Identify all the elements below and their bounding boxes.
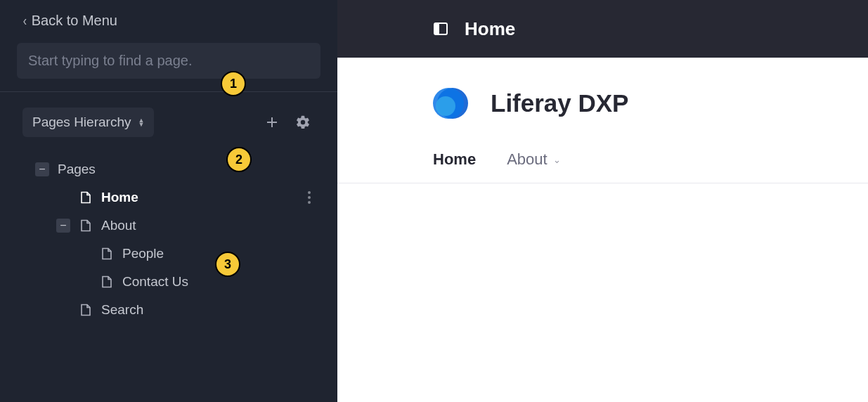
plus-icon bbox=[265, 115, 279, 129]
main-content: Home Liferay DXP Home About ⌄ bbox=[337, 0, 868, 402]
main-header: Home bbox=[337, 0, 868, 58]
collapse-icon[interactable]: − bbox=[56, 219, 70, 233]
nav-item-home[interactable]: Home bbox=[433, 150, 476, 169]
page-title: Home bbox=[465, 18, 515, 40]
sidebar-toolbar: Pages Hierarchy ▲▼ bbox=[0, 92, 337, 147]
annotation-callout-2: 2 bbox=[226, 147, 252, 172]
brand-name: Liferay DXP bbox=[491, 89, 628, 117]
nav-item-label: Home bbox=[433, 150, 476, 169]
tree-root[interactable]: − Pages bbox=[35, 155, 316, 183]
tree-item-about[interactable]: − About bbox=[35, 212, 316, 240]
annotation-callout-3: 3 bbox=[215, 252, 240, 277]
row-actions-button[interactable] bbox=[302, 191, 316, 204]
tree-item-people[interactable]: People bbox=[35, 240, 316, 268]
back-to-menu-link[interactable]: ‹ Back to Menu bbox=[0, 0, 337, 39]
tree-item-contact-us[interactable]: Contact Us bbox=[35, 268, 316, 296]
page-icon bbox=[79, 190, 93, 205]
page-icon bbox=[100, 247, 114, 261]
brand-bar: Liferay DXP bbox=[337, 58, 868, 150]
nav-item-label: About bbox=[507, 150, 548, 169]
sort-icon: ▲▼ bbox=[138, 118, 144, 127]
tree-root-label: Pages bbox=[58, 162, 316, 177]
tree-item-label: About bbox=[101, 218, 316, 233]
search-container bbox=[0, 39, 337, 92]
collapse-icon[interactable]: − bbox=[35, 162, 49, 176]
view-dropdown-label: Pages Hierarchy bbox=[32, 115, 131, 130]
search-input[interactable] bbox=[17, 43, 320, 79]
site-nav: Home About ⌄ bbox=[337, 150, 868, 183]
svg-point-4 bbox=[436, 96, 455, 116]
sidebar: ‹ Back to Menu Pages Hierarchy ▲▼ − Page… bbox=[0, 0, 337, 402]
panel-icon bbox=[432, 20, 449, 37]
back-label: Back to Menu bbox=[32, 13, 117, 29]
tree-item-label: Home bbox=[101, 190, 294, 205]
tree-item-search[interactable]: Search bbox=[35, 296, 316, 324]
add-page-button[interactable] bbox=[260, 110, 284, 134]
panel-toggle-button[interactable] bbox=[432, 20, 449, 37]
gear-icon bbox=[295, 115, 311, 130]
chevron-down-icon: ⌄ bbox=[553, 155, 561, 165]
page-icon bbox=[100, 275, 114, 289]
settings-button[interactable] bbox=[291, 110, 315, 134]
nav-item-about[interactable]: About ⌄ bbox=[507, 150, 561, 169]
view-dropdown[interactable]: Pages Hierarchy ▲▼ bbox=[22, 108, 154, 137]
tree-item-label: Contact Us bbox=[122, 274, 316, 290]
tree-item-label: Search bbox=[101, 302, 316, 318]
tree-item-home[interactable]: Home bbox=[35, 183, 316, 212]
page-tree: − Pages Home − About People bbox=[0, 147, 337, 324]
page-icon bbox=[79, 303, 93, 317]
brand-logo bbox=[432, 84, 469, 122]
svg-rect-1 bbox=[434, 23, 439, 34]
page-icon bbox=[79, 219, 93, 233]
annotation-callout-1: 1 bbox=[221, 71, 246, 96]
chevron-left-icon: ‹ bbox=[23, 13, 27, 29]
